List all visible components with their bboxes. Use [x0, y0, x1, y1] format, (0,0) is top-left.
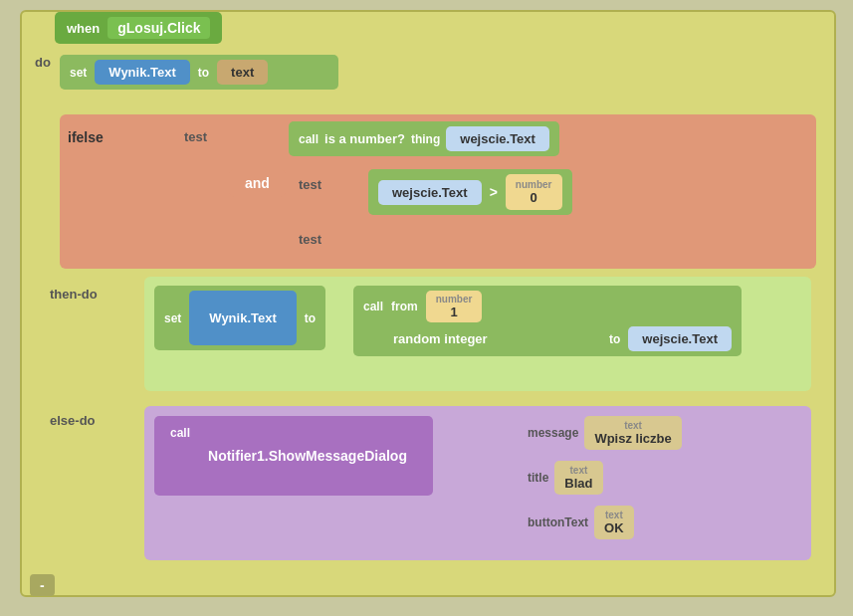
when-block[interactable]: when gLosuj.Click [55, 12, 222, 44]
call-label-3: call [170, 426, 190, 440]
zero-text: 0 [531, 190, 537, 205]
wynik-target[interactable]: Wynik.Text [95, 60, 189, 85]
wejscie-3[interactable]: wejscie.Text [628, 326, 732, 351]
ok-value[interactable]: text OK [594, 506, 634, 539]
thing-label: thing [411, 132, 440, 146]
test-label-2: test [299, 177, 321, 192]
gt-symbol: > [490, 184, 498, 200]
number-label-2: number [436, 294, 473, 305]
set-label: set [70, 66, 87, 80]
zero-value[interactable]: number 0 [506, 174, 562, 210]
wpisz-value[interactable]: text Wpisz liczbe [584, 416, 681, 450]
title-label: title [528, 471, 548, 485]
blad-text: Blad [564, 476, 592, 491]
notifier-block[interactable]: call Notifier1.ShowMessageDialog [154, 416, 433, 496]
ok-text: OK [604, 520, 624, 535]
and-label: and [245, 175, 270, 191]
random-integer-block[interactable]: call from number 1 random integer to wej… [353, 286, 742, 356]
when-label: when [67, 21, 100, 36]
then-wynik-target[interactable]: Wynik.Text [189, 291, 296, 345]
minus-button[interactable]: - [30, 574, 55, 596]
number-label-1: number [516, 179, 552, 190]
canvas: when gLosuj.Click do set Wynik.Text to t… [0, 0, 853, 616]
to-label-2: to [609, 332, 620, 346]
buttontext-row: buttonText text OK [528, 506, 634, 539]
message-label: message [528, 426, 578, 440]
test-label-1: test [184, 129, 207, 144]
wejscie-2[interactable]: wejscie.Text [378, 180, 482, 205]
is-number-block[interactable]: call is a number? thing wejscie.Text [289, 121, 559, 156]
then-set-label: set [164, 311, 181, 325]
blad-value[interactable]: text Blad [554, 461, 602, 495]
buttontext-label: buttonText [528, 515, 588, 529]
is-number-text: is a number? [324, 131, 405, 146]
else-do-label: else-do [50, 413, 96, 428]
from-label: from [391, 300, 418, 313]
gt-block[interactable]: wejscie.Text > number 0 [368, 169, 572, 215]
text-label-2: text [570, 465, 588, 476]
and-block[interactable]: and [229, 169, 286, 197]
to-label: to [198, 66, 209, 80]
random-integer-text: random integer [393, 331, 601, 346]
ifelse-label: ifelse [68, 129, 104, 145]
set-value[interactable]: text [217, 60, 268, 85]
notifier-text: Notifier1.ShowMessageDialog [198, 448, 417, 464]
test-label-3: test [299, 232, 321, 247]
call-label-1: call [299, 132, 319, 146]
then-to-label: to [305, 311, 316, 325]
from-value[interactable]: number 1 [426, 291, 483, 322]
title-row: title text Blad [528, 461, 603, 495]
wpisz-text: Wpisz liczbe [594, 431, 671, 446]
then-set-block[interactable]: set Wynik.Text to [154, 286, 325, 350]
event-name: gLosuj.Click [107, 17, 210, 39]
do-label: do [35, 55, 51, 70]
text-label-3: text [605, 510, 623, 520]
wejscie-1[interactable]: wejscie.Text [446, 126, 549, 151]
one-text: 1 [450, 305, 457, 319]
text-label-1: text [624, 420, 642, 431]
then-do-label: then-do [50, 287, 98, 302]
message-row: message text Wpisz liczbe [528, 416, 682, 450]
call-label-2: call [363, 300, 383, 313]
set-wynik-block[interactable]: set Wynik.Text to text [60, 55, 338, 90]
